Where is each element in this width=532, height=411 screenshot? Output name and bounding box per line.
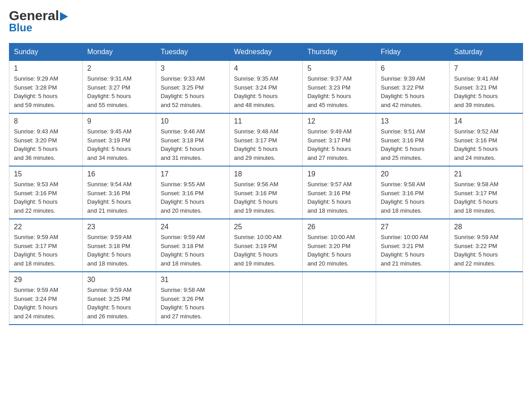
day-number: 5 <box>307 64 371 73</box>
day-number: 6 <box>381 64 445 73</box>
day-number: 13 <box>381 117 445 125</box>
calendar-cell: 17Sunrise: 9:55 AMSunset: 3:16 PMDayligh… <box>156 166 229 219</box>
calendar-cell: 6Sunrise: 9:39 AMSunset: 3:22 PMDaylight… <box>376 61 450 114</box>
calendar-cell <box>303 272 376 325</box>
day-number: 18 <box>234 170 298 178</box>
header-row: Sunday Monday Tuesday Wednesday Thursday… <box>9 43 523 61</box>
day-info: Sunrise: 9:59 AMSunset: 3:18 PMDaylight:… <box>161 233 225 268</box>
day-info: Sunrise: 9:59 AMSunset: 3:18 PMDaylight:… <box>87 233 151 268</box>
calendar-cell: 20Sunrise: 9:58 AMSunset: 3:16 PMDayligh… <box>376 166 450 219</box>
col-monday: Monday <box>82 43 156 61</box>
day-info: Sunrise: 9:43 AMSunset: 3:20 PMDaylight:… <box>14 127 78 162</box>
day-info: Sunrise: 9:56 AMSunset: 3:16 PMDaylight:… <box>234 180 298 215</box>
calendar-cell: 2Sunrise: 9:31 AMSunset: 3:27 PMDaylight… <box>82 61 156 114</box>
calendar-cell: 24Sunrise: 9:59 AMSunset: 3:18 PMDayligh… <box>156 219 229 272</box>
calendar-cell: 3Sunrise: 9:33 AMSunset: 3:25 PMDaylight… <box>156 61 229 114</box>
calendar-cell: 5Sunrise: 9:37 AMSunset: 3:23 PMDaylight… <box>303 61 376 114</box>
day-number: 8 <box>14 117 78 125</box>
svg-marker-0 <box>60 12 68 21</box>
day-number: 31 <box>161 276 225 284</box>
day-number: 7 <box>454 64 518 73</box>
day-number: 25 <box>234 223 298 231</box>
col-wednesday: Wednesday <box>229 43 303 61</box>
calendar-week-3: 15Sunrise: 9:53 AMSunset: 3:16 PMDayligh… <box>9 166 523 219</box>
calendar-cell: 13Sunrise: 9:51 AMSunset: 3:16 PMDayligh… <box>376 113 450 166</box>
day-number: 26 <box>307 223 371 231</box>
calendar-cell: 29Sunrise: 9:59 AMSunset: 3:24 PMDayligh… <box>9 272 83 325</box>
calendar-cell: 22Sunrise: 9:59 AMSunset: 3:17 PMDayligh… <box>9 219 83 272</box>
day-number: 12 <box>307 117 371 125</box>
calendar-cell: 31Sunrise: 9:58 AMSunset: 3:26 PMDayligh… <box>156 272 229 325</box>
day-number: 3 <box>161 64 225 73</box>
col-thursday: Thursday <box>303 43 376 61</box>
day-number: 1 <box>14 64 78 73</box>
calendar-cell: 18Sunrise: 9:56 AMSunset: 3:16 PMDayligh… <box>229 166 303 219</box>
calendar-cell: 19Sunrise: 9:57 AMSunset: 3:16 PMDayligh… <box>303 166 376 219</box>
calendar-cell: 11Sunrise: 9:48 AMSunset: 3:17 PMDayligh… <box>229 113 303 166</box>
day-info: Sunrise: 9:48 AMSunset: 3:17 PMDaylight:… <box>234 127 298 162</box>
day-number: 19 <box>307 170 371 178</box>
day-info: Sunrise: 9:57 AMSunset: 3:16 PMDaylight:… <box>307 180 371 215</box>
logo-general: General <box>9 9 68 22</box>
day-number: 21 <box>454 170 518 178</box>
day-info: Sunrise: 9:54 AMSunset: 3:16 PMDaylight:… <box>87 180 151 215</box>
calendar-cell: 15Sunrise: 9:53 AMSunset: 3:16 PMDayligh… <box>9 166 83 219</box>
day-info: Sunrise: 9:33 AMSunset: 3:25 PMDaylight:… <box>161 74 225 109</box>
day-number: 16 <box>87 170 151 178</box>
calendar-cell <box>229 272 303 325</box>
day-info: Sunrise: 10:00 AMSunset: 3:19 PMDaylight… <box>234 233 298 268</box>
day-info: Sunrise: 9:31 AMSunset: 3:27 PMDaylight:… <box>87 74 151 109</box>
day-number: 27 <box>381 223 445 231</box>
day-info: Sunrise: 9:58 AMSunset: 3:17 PMDaylight:… <box>454 180 518 215</box>
day-number: 30 <box>87 276 151 284</box>
day-number: 29 <box>14 276 78 284</box>
day-info: Sunrise: 9:55 AMSunset: 3:16 PMDaylight:… <box>161 180 225 215</box>
calendar-cell: 21Sunrise: 9:58 AMSunset: 3:17 PMDayligh… <box>450 166 523 219</box>
day-info: Sunrise: 10:00 AMSunset: 3:21 PMDaylight… <box>381 233 445 268</box>
col-friday: Friday <box>376 43 450 61</box>
day-info: Sunrise: 9:59 AMSunset: 3:17 PMDaylight:… <box>14 233 78 268</box>
calendar-cell: 23Sunrise: 9:59 AMSunset: 3:18 PMDayligh… <box>82 219 156 272</box>
day-info: Sunrise: 9:58 AMSunset: 3:16 PMDaylight:… <box>381 180 445 215</box>
calendar-cell: 7Sunrise: 9:41 AMSunset: 3:21 PMDaylight… <box>450 61 523 114</box>
day-number: 4 <box>234 64 298 73</box>
day-number: 20 <box>381 170 445 178</box>
day-info: Sunrise: 9:46 AMSunset: 3:18 PMDaylight:… <box>161 127 225 162</box>
calendar-cell: 26Sunrise: 10:00 AMSunset: 3:20 PMDaylig… <box>303 219 376 272</box>
calendar-cell: 12Sunrise: 9:49 AMSunset: 3:17 PMDayligh… <box>303 113 376 166</box>
calendar-cell: 25Sunrise: 10:00 AMSunset: 3:19 PMDaylig… <box>229 219 303 272</box>
day-info: Sunrise: 9:59 AMSunset: 3:24 PMDaylight:… <box>14 286 78 321</box>
calendar-cell: 10Sunrise: 9:46 AMSunset: 3:18 PMDayligh… <box>156 113 229 166</box>
day-info: Sunrise: 9:53 AMSunset: 3:16 PMDaylight:… <box>14 180 78 215</box>
page-header: General Blue <box>9 9 523 34</box>
day-number: 14 <box>454 117 518 125</box>
calendar-week-1: 1Sunrise: 9:29 AMSunset: 3:28 PMDaylight… <box>9 61 523 114</box>
logo-blue: Blue <box>9 21 68 34</box>
calendar-cell <box>450 272 523 325</box>
day-info: Sunrise: 9:59 AMSunset: 3:22 PMDaylight:… <box>454 233 518 268</box>
day-number: 28 <box>454 223 518 231</box>
col-saturday: Saturday <box>450 43 523 61</box>
calendar-cell: 30Sunrise: 9:59 AMSunset: 3:25 PMDayligh… <box>82 272 156 325</box>
calendar-cell: 16Sunrise: 9:54 AMSunset: 3:16 PMDayligh… <box>82 166 156 219</box>
day-info: Sunrise: 9:37 AMSunset: 3:23 PMDaylight:… <box>307 74 371 109</box>
day-info: Sunrise: 9:59 AMSunset: 3:25 PMDaylight:… <box>87 286 151 321</box>
day-info: Sunrise: 9:29 AMSunset: 3:28 PMDaylight:… <box>14 74 78 109</box>
calendar-week-4: 22Sunrise: 9:59 AMSunset: 3:17 PMDayligh… <box>9 219 523 272</box>
col-tuesday: Tuesday <box>156 43 229 61</box>
calendar-cell: 4Sunrise: 9:35 AMSunset: 3:24 PMDaylight… <box>229 61 303 114</box>
day-info: Sunrise: 9:39 AMSunset: 3:22 PMDaylight:… <box>381 74 445 109</box>
logo: General Blue <box>9 9 68 34</box>
day-info: Sunrise: 9:52 AMSunset: 3:16 PMDaylight:… <box>454 127 518 162</box>
day-info: Sunrise: 9:58 AMSunset: 3:26 PMDaylight:… <box>161 286 225 321</box>
calendar-cell <box>376 272 450 325</box>
calendar-cell: 28Sunrise: 9:59 AMSunset: 3:22 PMDayligh… <box>450 219 523 272</box>
day-number: 17 <box>161 170 225 178</box>
day-number: 22 <box>14 223 78 231</box>
calendar-cell: 1Sunrise: 9:29 AMSunset: 3:28 PMDaylight… <box>9 61 83 114</box>
day-number: 11 <box>234 117 298 125</box>
day-info: Sunrise: 9:45 AMSunset: 3:19 PMDaylight:… <box>87 127 151 162</box>
day-number: 9 <box>87 117 151 125</box>
day-number: 15 <box>14 170 78 178</box>
day-info: Sunrise: 9:51 AMSunset: 3:16 PMDaylight:… <box>381 127 445 162</box>
